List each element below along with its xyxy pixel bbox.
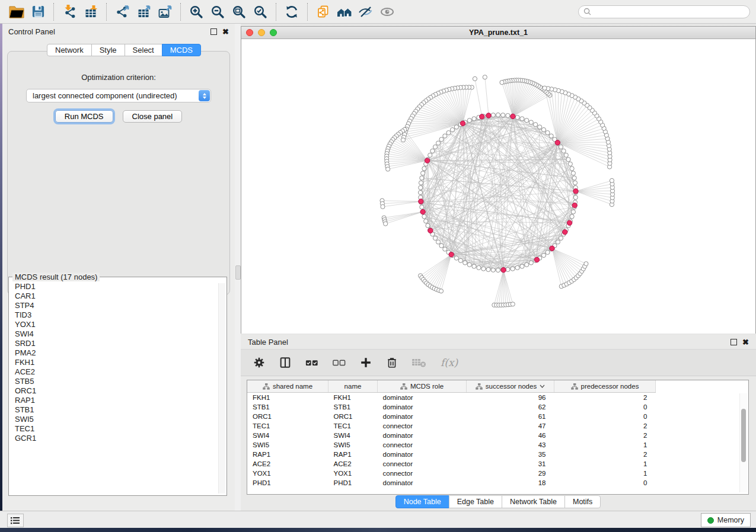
graph-node[interactable]: [501, 113, 505, 117]
search-box[interactable]: [578, 5, 750, 18]
graph-node[interactable]: [559, 236, 563, 240]
graph-node[interactable]: [546, 130, 550, 134]
graph-node[interactable]: [422, 214, 426, 219]
mcds-result-item[interactable]: STB1: [15, 405, 221, 415]
graph-node[interactable]: [572, 176, 576, 180]
export-image-button[interactable]: [154, 2, 176, 21]
zoom-fit-button[interactable]: [228, 2, 250, 21]
table-row[interactable]: PHD1PHD1dominator180: [247, 478, 656, 488]
graph-node[interactable]: [520, 264, 524, 268]
graph-node[interactable]: [546, 250, 550, 254]
graph-hub-node[interactable]: [563, 229, 567, 234]
graph-hub-node[interactable]: [511, 114, 515, 118]
window-minimize-icon[interactable]: [258, 29, 265, 36]
graph-hub-node[interactable]: [420, 209, 425, 214]
graph-node[interactable]: [426, 223, 430, 227]
graph-node[interactable]: [401, 138, 405, 142]
graph-node[interactable]: [570, 166, 574, 171]
tab-select[interactable]: Select: [125, 44, 162, 56]
graph-node[interactable]: [573, 196, 578, 200]
table-row[interactable]: SWI5SWI5connector431: [247, 440, 656, 450]
graph-node[interactable]: [496, 268, 500, 272]
graph-node[interactable]: [467, 262, 471, 267]
tab-edge-table[interactable]: Edge Table: [449, 495, 502, 508]
tab-node-table[interactable]: Node Table: [395, 495, 449, 508]
show-panels-button[interactable]: [7, 514, 24, 527]
mcds-result-item[interactable]: SRD1: [15, 339, 221, 348]
graph-node[interactable]: [481, 267, 486, 271]
graph-hub-node[interactable]: [480, 114, 484, 119]
table-row[interactable]: SWI4SWI4dominator462: [247, 431, 656, 440]
mcds-result-item[interactable]: PMA2: [15, 348, 221, 358]
graph-hub-node[interactable]: [555, 140, 560, 145]
gear-button[interactable]: [253, 356, 266, 369]
result-scrollbar[interactable]: [218, 283, 225, 493]
graph-node[interactable]: [486, 267, 490, 271]
table-row[interactable]: STB1STB1dominator620: [247, 402, 656, 412]
mcds-result-item[interactable]: SWI4: [15, 329, 221, 339]
graph-hub-node[interactable]: [425, 158, 429, 163]
graph-node[interactable]: [446, 130, 451, 134]
mcds-result-item[interactable]: RAP1: [15, 396, 221, 405]
graph-node[interactable]: [381, 204, 385, 209]
graph-node[interactable]: [424, 219, 428, 223]
mcds-result-item[interactable]: STB5: [15, 377, 221, 386]
graph-node[interactable]: [420, 176, 424, 180]
mcds-result-item[interactable]: CAR1: [15, 291, 221, 301]
network-canvas[interactable]: [241, 39, 755, 334]
mcds-result-item[interactable]: YOX1: [15, 320, 221, 329]
graph-node[interactable]: [384, 222, 388, 226]
graph-hub-node[interactable]: [486, 113, 491, 118]
graph-node[interactable]: [525, 262, 529, 267]
column-header-name[interactable]: name: [328, 380, 378, 393]
column-header-successor-nodes[interactable]: successor nodes: [467, 380, 554, 393]
graph-node[interactable]: [541, 127, 546, 132]
gray-eye-button[interactable]: [377, 2, 398, 21]
graph-node[interactable]: [571, 210, 575, 214]
graph-node[interactable]: [473, 76, 477, 81]
splitter-handle-icon[interactable]: [235, 265, 241, 280]
close-table-panel-button[interactable]: ✖: [742, 338, 749, 346]
graph-node[interactable]: [534, 123, 538, 127]
graph-hub-node[interactable]: [449, 252, 454, 257]
run-mcds-button[interactable]: Run MCDS: [55, 110, 113, 123]
table-scrollbar[interactable]: [739, 393, 747, 492]
float-table-panel-button[interactable]: [731, 339, 737, 345]
graph-hub-node[interactable]: [550, 246, 554, 251]
window-zoom-icon[interactable]: [270, 29, 277, 36]
graph-node[interactable]: [439, 243, 444, 248]
graph-node[interactable]: [472, 117, 476, 121]
delete-column-button[interactable]: [385, 356, 398, 369]
graph-node[interactable]: [436, 240, 440, 244]
mcds-result-item[interactable]: TID3: [15, 310, 221, 320]
graph-node[interactable]: [463, 261, 467, 265]
graph-node[interactable]: [430, 149, 435, 153]
graph-hub-node[interactable]: [567, 220, 572, 225]
mcds-result-item[interactable]: ORC1: [15, 386, 221, 396]
graph-node[interactable]: [541, 253, 546, 257]
add-column-button[interactable]: [359, 356, 372, 369]
zoom-selected-button[interactable]: [250, 2, 271, 21]
zoom-in-button[interactable]: [186, 2, 207, 21]
graph-node[interactable]: [511, 302, 515, 306]
graph-node[interactable]: [454, 256, 458, 260]
graph-node[interactable]: [386, 167, 390, 171]
graph-node[interactable]: [439, 289, 443, 293]
column-pane-button[interactable]: [279, 356, 292, 369]
graph-node[interactable]: [433, 236, 437, 240]
graph-node[interactable]: [443, 134, 447, 138]
save-session-button[interactable]: [27, 2, 49, 21]
mcds-result-item[interactable]: SWI5: [15, 415, 221, 424]
graph-node[interactable]: [511, 267, 515, 271]
graph-node[interactable]: [419, 181, 423, 185]
mcds-result-item[interactable]: ACE2: [15, 367, 221, 377]
graph-node[interactable]: [418, 190, 422, 194]
graph-node[interactable]: [422, 166, 426, 171]
graph-node[interactable]: [568, 162, 572, 166]
graph-node[interactable]: [610, 178, 614, 182]
graph-node[interactable]: [543, 86, 547, 90]
graph-node[interactable]: [529, 261, 533, 265]
tab-motifs[interactable]: Motifs: [564, 495, 601, 508]
mcds-result-item[interactable]: FKH1: [15, 358, 221, 367]
graph-node[interactable]: [443, 247, 447, 251]
